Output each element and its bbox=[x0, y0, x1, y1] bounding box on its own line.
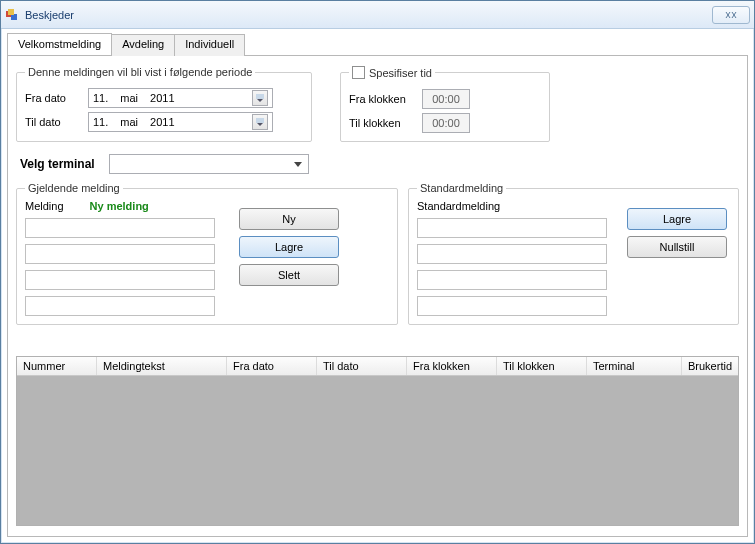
standard-line-3[interactable] bbox=[417, 270, 607, 290]
specify-time-checkbox[interactable] bbox=[352, 66, 365, 79]
tab-individuell[interactable]: Individuell bbox=[174, 34, 245, 56]
client-area: Velkomstmelding Avdeling Individuell Den… bbox=[1, 29, 754, 543]
delete-button[interactable]: Slett bbox=[239, 264, 339, 286]
window: Beskjeder Velkomstmelding Avdeling Indiv… bbox=[0, 0, 755, 544]
message-line-2[interactable] bbox=[25, 244, 215, 264]
svg-rect-2 bbox=[8, 9, 14, 15]
standard-line-1[interactable] bbox=[417, 218, 607, 238]
time-legend: Spesifiser tid bbox=[369, 67, 432, 79]
period-group: Denne meldingen vil bli vist i følgende … bbox=[16, 66, 312, 142]
chevron-down-icon bbox=[294, 162, 302, 167]
col-brukertid[interactable]: Brukertid bbox=[682, 357, 738, 375]
terminal-select[interactable] bbox=[109, 154, 309, 174]
tab-velkomstmelding[interactable]: Velkomstmelding bbox=[7, 33, 112, 55]
table-header: Nummer Meldingtekst Fra dato Til dato Fr… bbox=[17, 357, 738, 376]
chevron-down-icon bbox=[252, 114, 268, 130]
message-line-1[interactable] bbox=[25, 218, 215, 238]
to-time-label: Til klokken bbox=[349, 117, 414, 129]
from-time-input[interactable]: 00:00 bbox=[422, 89, 470, 109]
col-tilklokken[interactable]: Til klokken bbox=[497, 357, 587, 375]
to-time-input[interactable]: 00:00 bbox=[422, 113, 470, 133]
to-date-picker[interactable]: 11. mai 2011 bbox=[88, 112, 273, 132]
close-button[interactable] bbox=[712, 6, 750, 24]
tab-avdeling[interactable]: Avdeling bbox=[111, 34, 175, 56]
current-legend: Gjeldende melding bbox=[25, 182, 123, 194]
tab-bar: Velkomstmelding Avdeling Individuell bbox=[7, 33, 748, 56]
from-date-picker[interactable]: 11. mai 2011 bbox=[88, 88, 273, 108]
messages-table: Nummer Meldingtekst Fra dato Til dato Fr… bbox=[16, 356, 739, 526]
ny-melding-label: Ny melding bbox=[90, 200, 149, 212]
col-fradato[interactable]: Fra dato bbox=[227, 357, 317, 375]
col-tildato[interactable]: Til dato bbox=[317, 357, 407, 375]
standard-line-2[interactable] bbox=[417, 244, 607, 264]
window-title: Beskjeder bbox=[25, 9, 74, 21]
titlebar: Beskjeder bbox=[1, 1, 754, 29]
col-fraklokken[interactable]: Fra klokken bbox=[407, 357, 497, 375]
svg-rect-4 bbox=[256, 118, 264, 123]
standard-message-group: Standardmelding Standardmelding Lagre Nu… bbox=[408, 182, 739, 325]
svg-rect-3 bbox=[256, 94, 264, 99]
col-terminal[interactable]: Terminal bbox=[587, 357, 682, 375]
from-date-label: Fra dato bbox=[25, 92, 80, 104]
app-icon bbox=[5, 7, 21, 23]
col-meldingtekst[interactable]: Meldingtekst bbox=[97, 357, 227, 375]
time-group: Spesifiser tid Fra klokken 00:00 Til klo… bbox=[340, 66, 550, 142]
current-message-group: Gjeldende melding Melding Ny melding bbox=[16, 182, 398, 325]
message-line-4[interactable] bbox=[25, 296, 215, 316]
new-button[interactable]: Ny bbox=[239, 208, 339, 230]
period-legend: Denne meldingen vil bli vist i følgende … bbox=[25, 66, 255, 78]
tab-panel: Denne meldingen vil bli vist i følgende … bbox=[7, 56, 748, 537]
terminal-label: Velg terminal bbox=[20, 157, 95, 171]
standard-save-button[interactable]: Lagre bbox=[627, 208, 727, 230]
message-line-3[interactable] bbox=[25, 270, 215, 290]
col-nummer[interactable]: Nummer bbox=[17, 357, 97, 375]
to-date-label: Til dato bbox=[25, 116, 80, 128]
table-body[interactable] bbox=[17, 376, 738, 525]
melding-label: Melding bbox=[25, 200, 64, 212]
save-button[interactable]: Lagre bbox=[239, 236, 339, 258]
close-icon bbox=[725, 11, 737, 19]
standard-legend: Standardmelding bbox=[417, 182, 506, 194]
from-time-label: Fra klokken bbox=[349, 93, 414, 105]
chevron-down-icon bbox=[252, 90, 268, 106]
standard-reset-button[interactable]: Nullstill bbox=[627, 236, 727, 258]
standard-label: Standardmelding bbox=[417, 200, 607, 212]
standard-line-4[interactable] bbox=[417, 296, 607, 316]
